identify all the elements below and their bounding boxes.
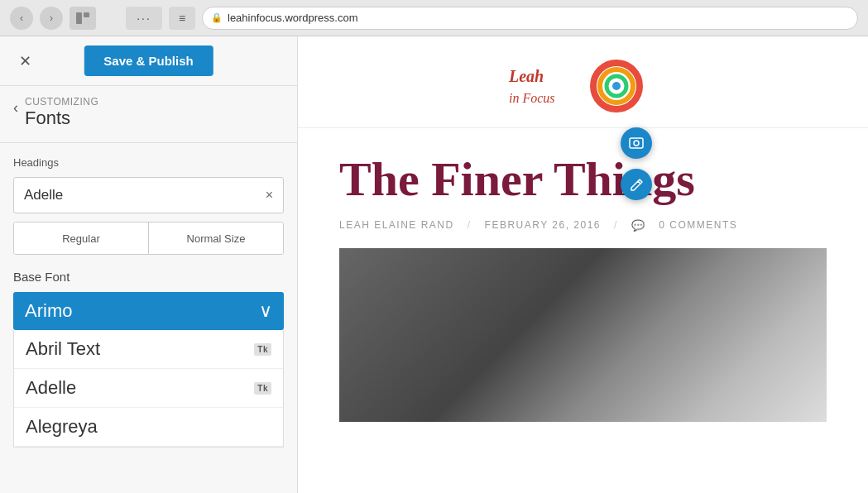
headings-font-input[interactable]: Adelle × bbox=[13, 177, 284, 213]
svg-rect-8 bbox=[630, 138, 643, 148]
svg-point-5 bbox=[612, 82, 621, 90]
headings-font-value: Adelle bbox=[24, 187, 63, 203]
list-item[interactable]: Adelle Tk bbox=[14, 369, 283, 408]
svg-text:in Focus: in Focus bbox=[509, 91, 555, 105]
headings-label: Headings bbox=[13, 156, 284, 169]
post-image-bg bbox=[339, 248, 827, 422]
blog-header: Leah in Focus bbox=[298, 36, 868, 128]
separator-1: / bbox=[468, 219, 472, 231]
close-button[interactable]: ✕ bbox=[13, 50, 36, 73]
post-image bbox=[339, 248, 827, 422]
browser-chrome: ‹ › ··· ≡ 🔒 leahinfocus.wordpress.com bbox=[0, 0, 868, 36]
url-text: leahinfocus.wordpress.com bbox=[228, 12, 358, 24]
forward-nav-button[interactable]: › bbox=[40, 7, 63, 30]
regular-style-button[interactable]: Regular bbox=[14, 223, 149, 254]
lock-icon: 🔒 bbox=[211, 12, 223, 23]
base-font-label: Base Font bbox=[13, 270, 284, 284]
tk-badge-adelle: Tk bbox=[254, 382, 271, 395]
save-publish-button[interactable]: Save & Publish bbox=[84, 45, 213, 76]
font-dropdown-selected[interactable]: Arimo ∨ bbox=[13, 292, 284, 330]
svg-rect-1 bbox=[84, 12, 89, 17]
preview-area: Leah in Focus The Fine bbox=[298, 36, 868, 493]
address-bar[interactable]: 🔒 leahinfocus.wordpress.com bbox=[202, 7, 858, 30]
panel-title: Fonts bbox=[25, 108, 98, 129]
post-comments: 0 COMMENTS bbox=[659, 219, 737, 231]
svg-text:Leah: Leah bbox=[508, 67, 544, 85]
selected-font-value: Arimo bbox=[25, 300, 72, 322]
panel-topbar: ✕ Save & Publish bbox=[0, 36, 297, 86]
tk-badge-abril: Tk bbox=[254, 343, 271, 356]
back-button[interactable]: ‹ bbox=[13, 96, 18, 117]
tab-view-button[interactable] bbox=[70, 7, 96, 30]
customizing-label: Customizing bbox=[25, 96, 98, 108]
normal-size-button[interactable]: Normal Size bbox=[149, 223, 283, 254]
fab-edit-button[interactable] bbox=[621, 169, 652, 200]
post-title: The Finer Things bbox=[339, 153, 827, 206]
fab-image-button[interactable] bbox=[621, 127, 652, 159]
list-item[interactable]: Abril Text Tk bbox=[14, 330, 283, 369]
style-buttons-row: Regular Normal Size bbox=[13, 222, 284, 255]
list-item[interactable]: Alegreya bbox=[14, 408, 283, 447]
svg-point-9 bbox=[634, 141, 639, 146]
chevron-down-icon: ∨ bbox=[259, 300, 272, 322]
font-name-adelle: Adelle bbox=[26, 377, 76, 399]
separator-2: / bbox=[614, 219, 618, 231]
post-meta: LEAH ELAINE RAND / FEBRUARY 26, 2016 / 💬… bbox=[339, 219, 827, 232]
menu-button[interactable]: ≡ bbox=[169, 7, 195, 30]
blog-post: The Finer Things LEAH ELAINE RAND / FEBR… bbox=[298, 128, 868, 438]
blog-logo: Leah in Focus bbox=[501, 53, 666, 119]
post-author: LEAH ELAINE RAND bbox=[339, 219, 454, 231]
main-layout: ✕ Save & Publish ‹ Customizing Fonts Hea… bbox=[0, 36, 868, 493]
font-dropdown-list: Abril Text Tk Adelle Tk Alegreya bbox=[13, 330, 284, 448]
post-date: FEBRUARY 26, 2016 bbox=[485, 219, 601, 231]
clear-headings-button[interactable]: × bbox=[266, 188, 273, 203]
back-nav-button[interactable]: ‹ bbox=[10, 7, 33, 30]
font-name-abril: Abril Text bbox=[26, 338, 100, 360]
more-options-button[interactable]: ··· bbox=[126, 7, 162, 30]
panel-header-text: Customizing Fonts bbox=[25, 96, 98, 129]
left-panel: ✕ Save & Publish ‹ Customizing Fonts Hea… bbox=[0, 36, 298, 493]
font-name-alegreya: Alegreya bbox=[26, 416, 98, 438]
svg-rect-0 bbox=[76, 12, 82, 24]
panel-header: ‹ Customizing Fonts bbox=[0, 86, 297, 143]
panel-content: Headings Adelle × Regular Normal Size Ba… bbox=[0, 143, 297, 448]
comment-icon: 💬 bbox=[631, 219, 646, 232]
preview-inner: Leah in Focus The Fine bbox=[298, 36, 868, 493]
